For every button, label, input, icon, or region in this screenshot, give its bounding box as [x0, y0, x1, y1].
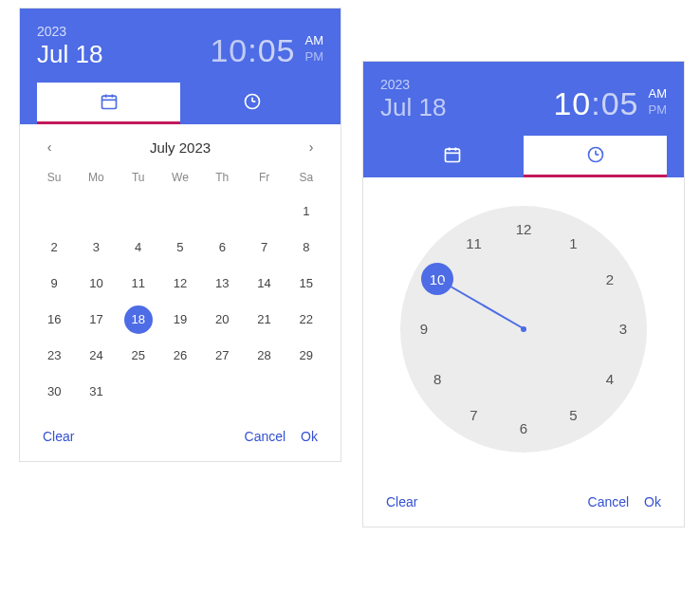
day-cell[interactable]: 4 [118, 230, 159, 266]
tab-time[interactable] [180, 83, 323, 124]
clock-hour-8[interactable]: 8 [423, 364, 451, 393]
date-block[interactable]: 2023 Jul 18 [380, 77, 446, 122]
day-cell-empty [159, 194, 201, 230]
week-row: 9101112131415 [33, 266, 327, 302]
week-row: 16171819202122 [33, 302, 327, 338]
calendar-icon [100, 92, 119, 111]
clock-hour-2[interactable]: 2 [596, 265, 624, 293]
day-cell-empty [118, 374, 159, 410]
ok-button[interactable]: Ok [636, 490, 669, 513]
day-cell[interactable]: 8 [286, 230, 327, 266]
header-top: 2023 Jul 18 10:05 AM PM [380, 77, 667, 136]
day-cell[interactable]: 6 [201, 230, 243, 266]
clock-hour-6[interactable]: 6 [509, 415, 538, 443]
time-minute: 05 [601, 85, 639, 121]
time-block[interactable]: 10:05 AM PM [210, 32, 323, 69]
day-cell-empty [201, 374, 243, 410]
day-cell[interactable]: 18 [118, 302, 159, 338]
day-cell[interactable]: 10 [75, 266, 117, 302]
dow-row: SuMoTuWeThFrSa [33, 165, 327, 194]
tab-date[interactable] [37, 83, 180, 124]
date-label: Jul 18 [380, 93, 446, 122]
day-cell[interactable]: 25 [118, 338, 159, 374]
day-cell[interactable]: 20 [201, 302, 243, 338]
day-cell[interactable]: 31 [75, 374, 117, 410]
dow-cell: Sa [286, 165, 327, 194]
clock-hour-12[interactable]: 12 [509, 215, 538, 244]
day-cell-empty [286, 374, 327, 410]
year-label: 2023 [37, 24, 102, 40]
am-toggle[interactable]: AM [649, 86, 668, 102]
clock-body: 121234567891011 [363, 177, 684, 481]
day-cell-empty [33, 194, 75, 230]
clock-hour-5[interactable]: 5 [560, 401, 588, 430]
tab-row [37, 83, 323, 124]
day-cell[interactable]: 9 [33, 266, 75, 302]
svg-rect-0 [101, 97, 116, 109]
day-cell[interactable]: 21 [243, 302, 285, 338]
day-cell[interactable]: 19 [159, 302, 201, 338]
time-block[interactable]: 10:05 AM PM [553, 85, 667, 122]
picker-header: 2023 Jul 18 10:05 AM PM [363, 62, 684, 177]
day-cell[interactable]: 11 [118, 266, 159, 302]
cancel-button[interactable]: Cancel [237, 425, 294, 448]
day-cell[interactable]: 30 [33, 374, 75, 410]
picker-header: 2023 Jul 18 10:05 AM PM [20, 9, 341, 124]
tab-row [380, 136, 667, 177]
dow-cell: Fr [243, 165, 285, 194]
picker-footer: Clear Cancel Ok [20, 416, 341, 461]
dow-cell: We [159, 165, 201, 194]
picker-footer: Clear Cancel Ok [363, 481, 684, 527]
clear-button[interactable]: Clear [35, 425, 82, 448]
day-cell[interactable]: 15 [286, 266, 327, 302]
ok-button[interactable]: Ok [293, 425, 325, 448]
header-top: 2023 Jul 18 10:05 AM PM [37, 24, 323, 83]
am-toggle[interactable]: AM [305, 33, 324, 49]
day-cell[interactable]: 29 [286, 338, 327, 374]
day-cell[interactable]: 23 [33, 338, 75, 374]
day-cell[interactable]: 13 [201, 266, 243, 302]
tab-date[interactable] [380, 136, 524, 177]
tab-time[interactable] [524, 136, 667, 177]
pm-toggle[interactable]: PM [305, 49, 324, 65]
clock-hour-10[interactable]: 10 [421, 263, 453, 295]
prev-month-button[interactable]: ‹ [39, 139, 60, 155]
day-cell[interactable]: 17 [75, 302, 117, 338]
day-cell[interactable]: 16 [33, 302, 75, 338]
day-cell[interactable]: 28 [243, 338, 285, 374]
clock-hour-9[interactable]: 9 [410, 315, 438, 343]
ampm-group: AM PM [649, 86, 668, 122]
day-cell[interactable]: 1 [286, 194, 327, 230]
date-label: Jul 18 [37, 40, 102, 69]
clock-hour-1[interactable]: 1 [560, 229, 588, 257]
weeks-grid: 1234567891011121314151617181920212223242… [33, 194, 327, 410]
time-label: 10:05 [210, 32, 295, 69]
clock-hour-7[interactable]: 7 [460, 401, 488, 430]
clock-hour-4[interactable]: 4 [596, 364, 624, 393]
day-cell[interactable]: 7 [243, 230, 285, 266]
time-label: 10:05 [553, 85, 638, 122]
day-cell[interactable]: 12 [159, 266, 201, 302]
date-block[interactable]: 2023 Jul 18 [37, 24, 102, 69]
month-label[interactable]: July 2023 [150, 139, 211, 156]
day-cell[interactable]: 3 [75, 230, 117, 266]
clock-hour-3[interactable]: 3 [609, 315, 637, 343]
day-cell[interactable]: 22 [286, 302, 327, 338]
dow-cell: Su [33, 165, 75, 194]
day-cell[interactable]: 26 [159, 338, 201, 374]
clock-icon [586, 145, 605, 164]
pm-toggle[interactable]: PM [649, 102, 668, 119]
day-cell[interactable]: 5 [159, 230, 201, 266]
clear-button[interactable]: Clear [378, 490, 425, 513]
calendar-icon [443, 145, 462, 164]
day-cell[interactable]: 24 [75, 338, 117, 374]
clock-hour-11[interactable]: 11 [460, 229, 488, 257]
svg-rect-7 [445, 150, 459, 162]
day-cell[interactable]: 27 [201, 338, 243, 374]
cancel-button[interactable]: Cancel [580, 490, 637, 513]
clock-face[interactable]: 121234567891011 [400, 206, 647, 453]
day-cell[interactable]: 14 [243, 266, 285, 302]
day-cell[interactable]: 2 [33, 230, 75, 266]
next-month-button[interactable]: › [301, 139, 322, 155]
time-hour: 10 [553, 85, 591, 121]
